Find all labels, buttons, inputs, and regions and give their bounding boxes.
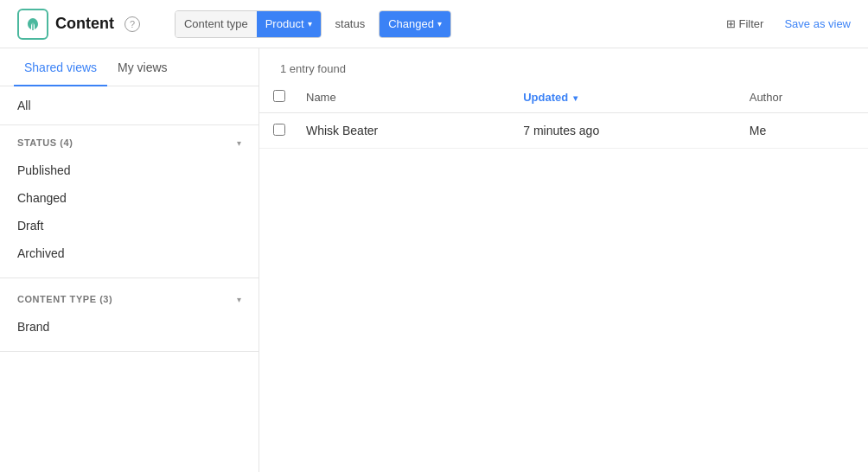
sidebar-section-status-title: STATUS (4) <box>17 137 73 148</box>
sidebar-section-content-type-items: Brand <box>0 313 258 348</box>
sidebar-divider-1 <box>0 277 258 278</box>
sidebar: Shared views My views All STATUS (4) ▾ P… <box>0 48 259 472</box>
sidebar-item-published[interactable]: Published <box>0 156 258 184</box>
column-name: Name <box>292 82 509 113</box>
row-checkbox[interactable] <box>273 124 285 136</box>
content-type-section-chevron-icon: ▾ <box>237 295 241 304</box>
filter-button[interactable]: ⊞ Filter <box>719 14 771 34</box>
content-table: Name Updated ▾ Author Whisk Beat <box>259 82 868 149</box>
sidebar-item-brand[interactable]: Brand <box>0 313 258 341</box>
row-name[interactable]: Whisk Beater <box>292 113 509 149</box>
sidebar-section-status-header[interactable]: STATUS (4) ▾ <box>0 125 258 156</box>
filter-icon: ⊞ <box>726 17 736 30</box>
main-layout: Shared views My views All STATUS (4) ▾ P… <box>0 48 868 472</box>
sidebar-tabs: Shared views My views <box>0 48 258 86</box>
table-body: Whisk Beater 7 minutes ago Me <box>259 113 868 149</box>
status-label: status <box>327 10 374 38</box>
column-author: Author <box>736 82 868 113</box>
status-chevron-icon: ▾ <box>437 19 442 29</box>
tab-my-views[interactable]: My views <box>107 48 178 86</box>
help-icon[interactable]: ? <box>124 16 140 32</box>
select-all-checkbox[interactable] <box>273 90 285 102</box>
content-type-label: Content type <box>176 11 257 37</box>
select-all-header[interactable] <box>259 82 292 113</box>
app-logo-icon <box>17 9 48 40</box>
header-actions: ⊞ Filter Save as view <box>719 14 851 34</box>
app-header: Content ? Content type Product ▾ status … <box>0 0 868 48</box>
sidebar-section-content-type-title: CONTENT TYPE (3) <box>17 294 112 304</box>
sidebar-item-archived[interactable]: Archived <box>0 239 258 267</box>
sidebar-item-changed[interactable]: Changed <box>0 184 258 212</box>
save-as-view-button[interactable]: Save as view <box>784 17 851 30</box>
content-type-chevron-icon: ▾ <box>308 19 312 29</box>
sidebar-item-draft[interactable]: Draft <box>0 212 258 239</box>
sidebar-divider-2 <box>0 351 258 352</box>
sort-icon: ▾ <box>573 93 578 103</box>
sidebar-section-status-items: Published Changed Draft Archived <box>0 156 258 274</box>
column-updated[interactable]: Updated ▾ <box>509 82 735 113</box>
table-row: Whisk Beater 7 minutes ago Me <box>259 113 868 149</box>
app-title: Content <box>55 15 114 33</box>
sidebar-section-content-type-header[interactable]: CONTENT TYPE (3) ▾ <box>0 282 258 313</box>
sidebar-section-status: STATUS (4) ▾ Published Changed Draft Arc… <box>0 125 258 274</box>
table-header: Name Updated ▾ Author <box>259 82 868 113</box>
content-area: 1 entry found Name Updated ▾ Author <box>259 48 868 472</box>
sidebar-item-all[interactable]: All <box>0 86 258 125</box>
content-type-filter[interactable]: Content type Product ▾ <box>175 10 322 38</box>
status-value[interactable]: Changed ▾ <box>380 11 450 37</box>
sidebar-section-content-type: CONTENT TYPE (3) ▾ Brand <box>0 282 258 348</box>
status-filter[interactable]: Changed ▾ <box>379 10 451 38</box>
filter-bar: Content type Product ▾ status Changed ▾ <box>175 10 719 38</box>
row-checkbox-cell[interactable] <box>259 113 292 149</box>
row-updated: 7 minutes ago <box>509 113 735 149</box>
status-section-chevron-icon: ▾ <box>237 138 241 148</box>
tab-shared-views[interactable]: Shared views <box>14 48 107 86</box>
row-author: Me <box>736 113 868 149</box>
content-type-value[interactable]: Product ▾ <box>257 11 321 37</box>
entry-count: 1 entry found <box>259 48 868 82</box>
logo-area: Content ? <box>17 9 140 40</box>
